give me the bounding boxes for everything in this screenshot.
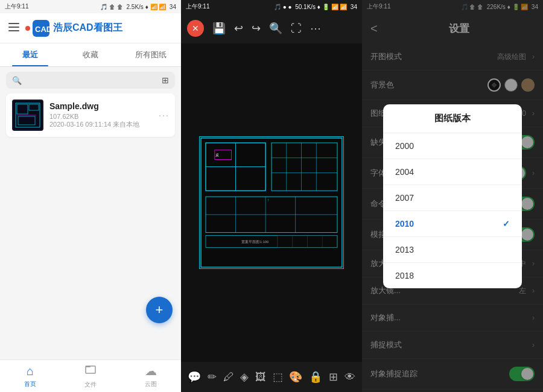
logo-dot xyxy=(25,26,30,31)
svg-text:桌: 桌 xyxy=(215,153,219,157)
svg-rect-18 xyxy=(236,167,266,191)
modal-overlay[interactable]: 图纸版本 2000 2004 2007 2010 ✓ 2013 2018 xyxy=(362,0,543,392)
cad-drawing-svg: 桌 置案平面图1:100 ↑ xyxy=(199,136,344,269)
cad-bottom-tools: 💬 ✏ 🖊 ◈ 🖼 ⬚ 🎨 🔒 ⊞ 👁 xyxy=(181,362,362,392)
cad-more-icon[interactable]: ⋯ xyxy=(310,22,321,35)
status-icons-files: 🎵 🗑 🗑 2.5K/s ♦ 📶 📶 34 xyxy=(100,4,176,10)
cad-undo-icon[interactable]: ↩ xyxy=(234,22,243,35)
cloud-icon: ☁ xyxy=(145,364,157,378)
tool-lock-icon[interactable]: 🔒 xyxy=(309,370,322,384)
nav-files[interactable]: 文件 xyxy=(60,364,121,389)
status-bar-cad: 上午9:11 🎵 ● ● 50.1K/s ♦ 🔋 📶 📶 34 xyxy=(181,0,362,13)
svg-rect-16 xyxy=(236,143,266,167)
file-manager-panel: 上午9:11 🎵 🗑 🗑 2.5K/s ♦ 📶 📶 34 CAD 浩辰CAD看图… xyxy=(0,0,181,392)
files-header: CAD 浩辰CAD看图王 xyxy=(0,13,181,43)
file-name: Sample.dwg xyxy=(49,101,152,111)
tool-grid-icon[interactable]: ⊞ xyxy=(329,370,338,384)
fab-area: + xyxy=(0,227,181,360)
cad-viewer-panel: 上午9:11 🎵 ● ● 50.1K/s ♦ 🔋 📶 📶 34 ✕ 💾 ↩ ↪ … xyxy=(181,0,362,392)
files-icon xyxy=(84,364,97,379)
check-mark-icon: ✓ xyxy=(503,219,510,229)
tool-pencil-icon[interactable]: ✏ xyxy=(208,370,217,384)
tool-measure-icon[interactable]: ⬚ xyxy=(273,370,283,384)
fab-add-button[interactable]: + xyxy=(146,297,173,323)
file-more-icon[interactable]: ⋯ xyxy=(158,109,169,122)
file-date: 2020-03-16 09:11:14 来自本地 xyxy=(49,120,152,129)
svg-rect-0 xyxy=(8,23,19,24)
modal-option-2000[interactable]: 2000 xyxy=(383,133,522,159)
cad-save-icon[interactable]: 💾 xyxy=(212,22,226,35)
file-thumbnail xyxy=(12,100,43,131)
files-tabs: 最近 收藏 所有图纸 xyxy=(0,43,181,67)
nav-home[interactable]: ⌂ 首页 xyxy=(0,364,60,388)
file-size: 107.62KB xyxy=(49,113,152,120)
file-info: Sample.dwg 107.62KB 2020-03-16 09:11:14 … xyxy=(49,101,152,129)
tool-eye-icon[interactable]: 👁 xyxy=(345,371,355,384)
svg-text:↑: ↑ xyxy=(267,198,269,202)
cad-canvas[interactable]: 桌 置案平面图1:100 ↑ xyxy=(181,43,362,362)
modal-option-2004[interactable]: 2004 xyxy=(383,159,522,185)
modal-option-2018[interactable]: 2018 xyxy=(383,263,522,288)
home-icon: ⌂ xyxy=(27,364,34,378)
svg-rect-17 xyxy=(206,167,236,191)
file-thumb-svg xyxy=(13,101,42,130)
tool-pen-icon[interactable]: 🖊 xyxy=(223,371,234,384)
file-list: Sample.dwg 107.62KB 2020-03-16 09:11:14 … xyxy=(0,93,181,227)
bottom-nav: ⌂ 首页 文件 ☁ 云图 xyxy=(0,359,181,392)
file-item[interactable]: Sample.dwg 107.62KB 2020-03-16 09:11:14 … xyxy=(6,93,175,137)
search-bar: 🔍 ⊞ xyxy=(6,72,175,89)
svg-text:CAD: CAD xyxy=(35,25,49,34)
svg-rect-32 xyxy=(206,236,337,248)
version-modal: 图纸版本 2000 2004 2007 2010 ✓ 2013 2018 xyxy=(383,104,522,288)
grid-view-icon[interactable]: ⊞ xyxy=(162,75,169,85)
modal-option-2013[interactable]: 2013 xyxy=(383,237,522,263)
tool-image-icon[interactable]: 🖼 xyxy=(255,371,266,384)
status-time-cad: 上午9:11 xyxy=(186,2,209,11)
tab-favorites[interactable]: 收藏 xyxy=(60,43,121,66)
svg-rect-1 xyxy=(8,27,19,28)
logo-svg: CAD xyxy=(33,20,49,37)
status-icons-cad: 🎵 ● ● 50.1K/s ♦ 🔋 📶 📶 34 xyxy=(274,4,357,10)
cad-fullscreen-icon[interactable]: ⛶ xyxy=(291,22,302,35)
tool-color-icon[interactable]: 🎨 xyxy=(289,370,302,384)
svg-rect-21 xyxy=(272,143,337,191)
tab-all-drawings[interactable]: 所有图纸 xyxy=(121,43,181,66)
search-input[interactable] xyxy=(25,76,158,85)
svg-text:置案平面图1:100: 置案平面图1:100 xyxy=(241,239,269,244)
cad-close-button[interactable]: ✕ xyxy=(187,20,204,37)
status-bar-files: 上午9:11 🎵 🗑 🗑 2.5K/s ♦ 📶 📶 34 xyxy=(0,0,181,13)
svg-rect-15 xyxy=(206,143,236,167)
nav-files-label: 文件 xyxy=(84,381,97,389)
status-time-files: 上午9:11 xyxy=(5,2,28,11)
app-title: 浩辰CAD看图王 xyxy=(53,22,122,34)
nav-cloud[interactable]: ☁ 云图 xyxy=(121,364,181,388)
tab-recent[interactable]: 最近 xyxy=(0,43,60,66)
search-icon: 🔍 xyxy=(12,76,22,85)
files-logo: CAD 浩辰CAD看图王 xyxy=(33,20,122,37)
modal-option-2010[interactable]: 2010 ✓ xyxy=(383,211,522,237)
tool-layers-icon[interactable]: ◈ xyxy=(240,370,249,384)
cad-toolbar: ✕ 💾 ↩ ↪ 🔍 ⛶ ⋯ xyxy=(181,13,362,43)
cad-redo-icon[interactable]: ↪ xyxy=(252,22,261,35)
nav-home-label: 首页 xyxy=(24,380,36,388)
settings-panel: 上午9:11 🎵 🗑 🗑 226K/s ♦ 🔋 📶 34 < 设置 开图模式 高… xyxy=(362,0,543,392)
cad-zoom-icon[interactable]: 🔍 xyxy=(269,22,282,35)
nav-cloud-label: 云图 xyxy=(145,380,157,388)
tool-comment-icon[interactable]: 💬 xyxy=(188,370,201,384)
hamburger-icon[interactable] xyxy=(8,22,19,34)
modal-title: 图纸版本 xyxy=(383,104,522,133)
svg-rect-2 xyxy=(8,30,19,31)
modal-option-2007[interactable]: 2007 xyxy=(383,185,522,211)
